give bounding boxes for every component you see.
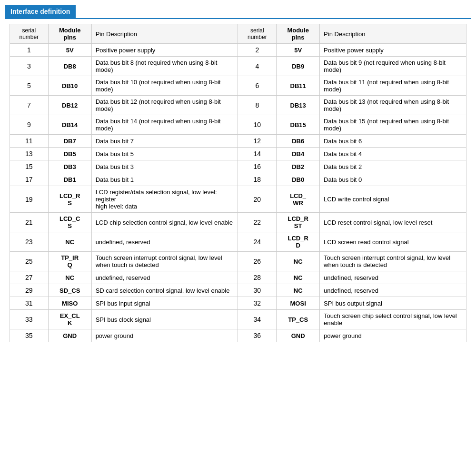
right-module: DB15 bbox=[277, 115, 320, 135]
right-serial: 20 bbox=[238, 186, 277, 213]
col-header-module1: Modulepins bbox=[48, 24, 91, 44]
left-serial: 21 bbox=[10, 213, 49, 232]
right-serial: 12 bbox=[238, 135, 277, 148]
left-module: EX_CL K bbox=[48, 310, 91, 329]
main-content: serialnumber Modulepins Pin Description … bbox=[5, 24, 471, 342]
table-row: 7DB12Data bus bit 12 (not required when … bbox=[10, 96, 466, 115]
right-description: LCD reset control signal, low level rese… bbox=[320, 213, 466, 232]
left-module: 5V bbox=[48, 44, 91, 57]
right-description: Data bus bit 6 bbox=[320, 135, 466, 148]
right-serial: 36 bbox=[238, 329, 277, 342]
col-header-serial1: serialnumber bbox=[10, 24, 49, 44]
right-serial: 26 bbox=[238, 252, 277, 271]
right-description: Data bus bit 4 bbox=[320, 148, 466, 160]
col-header-serial2: serialnumber bbox=[238, 24, 277, 44]
left-serial: 13 bbox=[10, 148, 49, 160]
left-description: Touch screen interrupt control signal, l… bbox=[91, 252, 238, 271]
left-serial: 29 bbox=[10, 284, 49, 297]
right-module: DB6 bbox=[277, 135, 320, 148]
right-description: Data bus bit 2 bbox=[320, 160, 466, 173]
left-module: MISO bbox=[48, 297, 91, 310]
left-description: Data bus bit 12 (not required when using… bbox=[91, 96, 238, 115]
left-module: NC bbox=[48, 271, 91, 284]
table-row: 27NCundefined, reserved28NCundefined, re… bbox=[10, 271, 466, 284]
right-module: TP_CS bbox=[277, 310, 320, 329]
left-serial: 7 bbox=[10, 96, 49, 115]
left-module: DB10 bbox=[48, 76, 91, 96]
table-row: 29SD_CSSD card selection control signal,… bbox=[10, 284, 466, 297]
right-serial: 32 bbox=[238, 297, 277, 310]
left-module: DB8 bbox=[48, 57, 91, 76]
left-description: Data bus bit 14 (not required when using… bbox=[91, 115, 238, 135]
interface-table: serialnumber Modulepins Pin Description … bbox=[10, 24, 466, 342]
left-serial: 11 bbox=[10, 135, 49, 148]
right-serial: 18 bbox=[238, 173, 277, 186]
left-module: DB5 bbox=[48, 148, 91, 160]
right-description: undefined, reserved bbox=[320, 284, 466, 297]
table-row: 25TP_IR QTouch screen interrupt control … bbox=[10, 252, 466, 271]
right-description: Data bus bit 9 (not required when using … bbox=[320, 57, 466, 76]
right-serial: 24 bbox=[238, 232, 277, 252]
left-serial: 3 bbox=[10, 57, 49, 76]
left-description: SD card selection control signal, low le… bbox=[91, 284, 238, 297]
left-description: Data bus bit 10 (not required when using… bbox=[91, 76, 238, 96]
table-row: 33EX_CL KSPI bus clock signal34TP_CSTouc… bbox=[10, 310, 466, 329]
page-title: Interface definition bbox=[5, 5, 76, 18]
left-module: SD_CS bbox=[48, 284, 91, 297]
right-module: DB11 bbox=[277, 76, 320, 96]
right-module: GND bbox=[277, 329, 320, 342]
right-module: LCD_R ST bbox=[277, 213, 320, 232]
left-serial: 15 bbox=[10, 160, 49, 173]
table-row: 23NCundefined, reserved24LCD_R DLCD scre… bbox=[10, 232, 466, 252]
right-module: 5V bbox=[277, 44, 320, 57]
table-row: 19LCD_R SLCD register/data selection sig… bbox=[10, 186, 466, 213]
left-description: Positive power supply bbox=[91, 44, 238, 57]
right-module: DB2 bbox=[277, 160, 320, 173]
left-description: Data bus bit 1 bbox=[91, 173, 238, 186]
right-module: DB4 bbox=[277, 148, 320, 160]
left-description: Data bus bit 8 (not required when using … bbox=[91, 57, 238, 76]
right-serial: 14 bbox=[238, 148, 277, 160]
col-header-module2: Modulepins bbox=[277, 24, 320, 44]
left-description: power ground bbox=[91, 329, 238, 342]
right-description: Data bus bit 0 bbox=[320, 173, 466, 186]
right-description: LCD screen read control signal bbox=[320, 232, 466, 252]
right-description: Positive power supply bbox=[320, 44, 466, 57]
right-serial: 30 bbox=[238, 284, 277, 297]
left-module: DB1 bbox=[48, 173, 91, 186]
right-description: Data bus bit 11 (not required when using… bbox=[320, 76, 466, 96]
right-module: NC bbox=[277, 284, 320, 297]
table-row: 5DB10Data bus bit 10 (not required when … bbox=[10, 76, 466, 96]
col-header-desc1: Pin Description bbox=[91, 24, 238, 44]
left-serial: 27 bbox=[10, 271, 49, 284]
right-serial: 22 bbox=[238, 213, 277, 232]
right-module: DB9 bbox=[277, 57, 320, 76]
col-header-desc2: Pin Description bbox=[320, 24, 466, 44]
left-serial: 25 bbox=[10, 252, 49, 271]
right-serial: 34 bbox=[238, 310, 277, 329]
left-serial: 31 bbox=[10, 297, 49, 310]
right-module: MOSI bbox=[277, 297, 320, 310]
right-description: undefined, reserved bbox=[320, 271, 466, 284]
left-module: LCD_C S bbox=[48, 213, 91, 232]
right-serial: 2 bbox=[238, 44, 277, 57]
left-description: Data bus bit 5 bbox=[91, 148, 238, 160]
table-row: 13DB5Data bus bit 514DB4Data bus bit 4 bbox=[10, 148, 466, 160]
table-row: 15DB3Data bus bit 316DB2Data bus bit 2 bbox=[10, 160, 466, 173]
right-description: Data bus bit 15 (not required when using… bbox=[320, 115, 466, 135]
table-header-row: serialnumber Modulepins Pin Description … bbox=[10, 24, 466, 44]
left-serial: 19 bbox=[10, 186, 49, 213]
left-serial: 9 bbox=[10, 115, 49, 135]
left-description: SPI bus clock signal bbox=[91, 310, 238, 329]
left-serial: 17 bbox=[10, 173, 49, 186]
left-serial: 23 bbox=[10, 232, 49, 252]
left-module: DB3 bbox=[48, 160, 91, 173]
table-row: 11DB7Data bus bit 712DB6Data bus bit 6 bbox=[10, 135, 466, 148]
left-module: LCD_R S bbox=[48, 186, 91, 213]
right-description: Touch screen chip select control signal,… bbox=[320, 310, 466, 329]
right-serial: 6 bbox=[238, 76, 277, 96]
right-serial: 16 bbox=[238, 160, 277, 173]
table-row: 31MISOSPI bus input signal32MOSISPI bus … bbox=[10, 297, 466, 310]
left-module: GND bbox=[48, 329, 91, 342]
left-module: DB12 bbox=[48, 96, 91, 115]
